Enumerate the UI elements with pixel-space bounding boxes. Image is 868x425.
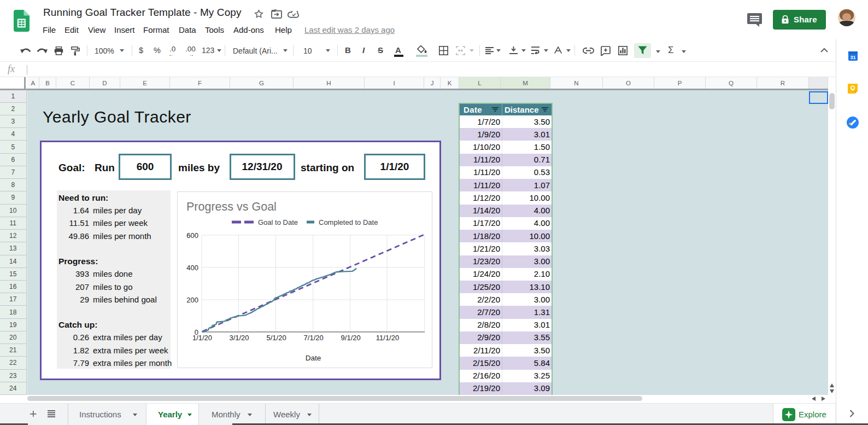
svg-text:9/1/20: 9/1/20 xyxy=(341,334,361,342)
svg-text:Goal to Date: Goal to Date xyxy=(258,218,298,226)
svg-text:Date: Date xyxy=(306,354,321,362)
svg-text:11/1/20: 11/1/20 xyxy=(376,334,399,342)
svg-text:600: 600 xyxy=(186,231,198,240)
svg-text:200: 200 xyxy=(186,296,198,304)
svg-text:5/1/20: 5/1/20 xyxy=(267,334,286,342)
svg-text:Completed to Date: Completed to Date xyxy=(319,218,378,226)
svg-text:31: 31 xyxy=(850,55,855,60)
svg-text:400: 400 xyxy=(186,264,198,272)
svg-text:Progress vs Goal: Progress vs Goal xyxy=(186,200,277,213)
svg-text:3/1/20: 3/1/20 xyxy=(229,334,249,342)
svg-text:1/1/20: 1/1/20 xyxy=(192,334,212,342)
svg-text:7/1/20: 7/1/20 xyxy=(304,334,324,342)
